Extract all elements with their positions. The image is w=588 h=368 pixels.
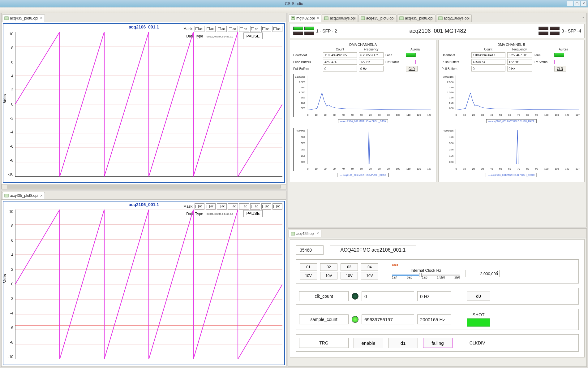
- channel-04-range[interactable]: 10V: [361, 272, 378, 279]
- dma-b-push-desc-plot[interactable]: 4.2486664E6 3E62E6 1E60E0: [442, 128, 582, 171]
- sfp-right: 3 - SFP -4: [539, 27, 581, 35]
- svg-rect-0: [291, 17, 295, 20]
- clk-count-hz: 0 Hz: [417, 291, 451, 301]
- tab-acq435-plot8-a[interactable]: acq435_plot8.opi: [358, 14, 397, 22]
- mask-checkbox-5[interactable]: ac: [250, 26, 260, 32]
- led-icon: [539, 27, 548, 30]
- flag-label: X8D: [392, 263, 500, 267]
- plot-area[interactable]: [15, 32, 282, 177]
- pull-count: 0: [323, 66, 357, 71]
- plot-area[interactable]: [15, 210, 282, 359]
- dma-b-push-data-plot[interactable]: 2.9333562.5E6 2E61.5E6 1E65E5 0E0: [442, 74, 582, 117]
- heartbeat-freq: 6.2504E7 Hz: [507, 52, 532, 58]
- mask-checkbox-1[interactable]: ac: [206, 203, 216, 210]
- err-status-indicator: [406, 60, 416, 64]
- d0-button[interactable]: d0: [467, 292, 490, 301]
- mask-checkbox-4[interactable]: ac: [239, 26, 249, 32]
- trg-label: TRG: [299, 338, 349, 348]
- spinner-arrows-icon[interactable]: ▲▼: [496, 271, 499, 275]
- clk-count-value: 0: [362, 291, 414, 301]
- opi-icon: [4, 193, 9, 198]
- clk-count-label: clk_count: [299, 291, 349, 301]
- led-icon: [550, 32, 560, 35]
- tab-acq2106sys[interactable]: acq2106sys.opi: [436, 14, 472, 22]
- horizontal-scrollbar[interactable]: [2, 184, 286, 189]
- mask-checkbox-6[interactable]: ac: [261, 203, 271, 210]
- pull-count: 0: [471, 66, 505, 71]
- opi-icon: [324, 16, 328, 20]
- clr-button[interactable]: CLR: [406, 66, 418, 71]
- clock-slider[interactable]: [392, 275, 460, 276]
- tab-plot-upper[interactable]: acq435_plot8.opi ✕: [2, 14, 45, 22]
- lane-up-indicator: [406, 53, 416, 57]
- channel-03-button[interactable]: 03: [341, 263, 358, 271]
- lane-up-indicator: [554, 53, 564, 57]
- channel-04-button[interactable]: 04: [361, 263, 378, 271]
- svg-rect-2: [324, 17, 328, 20]
- push-freq: 122 Hz: [359, 59, 384, 65]
- close-button[interactable]: ✕: [581, 1, 587, 6]
- tab-acq2006sys[interactable]: acq2006sys.opi: [322, 14, 358, 22]
- tab-plot-lower[interactable]: acq435_plot8.opi ✕: [2, 192, 45, 199]
- trg-d-button[interactable]: d1: [388, 338, 418, 348]
- channel-02-range[interactable]: 10V: [320, 272, 337, 279]
- pull-freq: 0 Hz: [359, 66, 384, 71]
- minimize-button[interactable]: —: [567, 1, 573, 6]
- opi-icon: [438, 16, 443, 20]
- top-left-pane: mgt482.opi ✕ acq2006sys.opi acq435_plot8…: [288, 13, 587, 227]
- led-icon: [304, 27, 314, 30]
- push-count: 4250473: [471, 59, 505, 65]
- mask-checkbox-7[interactable]: ac: [273, 203, 282, 210]
- trg-enable-button[interactable]: enable: [354, 338, 383, 348]
- opi-icon: [4, 16, 9, 20]
- plot-title: acq2106_001.1: [129, 24, 159, 29]
- dma-channel-b: DMA CHANNEL B Count Frequency Aurora Hea…: [438, 40, 585, 182]
- close-icon[interactable]: ✕: [316, 16, 319, 20]
- mask-checkbox-7[interactable]: ac: [273, 26, 282, 32]
- led-icon: [304, 32, 314, 35]
- close-icon[interactable]: ✕: [40, 16, 43, 20]
- channel-03-range[interactable]: 10V: [341, 272, 358, 279]
- plot-pane-upper: acq435_plot8.opi ✕ acq2106_001.1 Mask: a…: [1, 13, 286, 189]
- overflow-chevron-icon[interactable]: »: [581, 15, 585, 20]
- channel-01-button[interactable]: 01: [300, 263, 317, 271]
- mask-checkbox-4[interactable]: ac: [239, 203, 249, 210]
- mask-checkbox-1[interactable]: ac: [206, 26, 216, 32]
- sample-count-value: 69639756197: [362, 314, 414, 324]
- close-icon[interactable]: ✕: [40, 194, 43, 198]
- top-left-tabstrip: mgt482.opi ✕ acq2006sys.opi acq435_plot8…: [288, 13, 586, 22]
- plot-frame: acq2106_001.1 Mask: ac ac ac ac ac ac ac…: [3, 23, 285, 183]
- err-status-indicator: [554, 60, 564, 64]
- dma-a-push-desc-plot[interactable]: 4.24966 4E6 3E6 2E6 1E6 0E0: [293, 128, 433, 171]
- device-title: ACQ420FMC acq2106_001:1: [330, 245, 416, 255]
- clock-spinner[interactable]: 2,000,000 ▲▼: [466, 270, 500, 277]
- close-icon[interactable]: ✕: [316, 232, 319, 236]
- mask-checkbox-5[interactable]: ac: [250, 203, 260, 210]
- sample-count-label: sample_count: [299, 314, 349, 324]
- mask-checkbox-0[interactable]: ac: [195, 26, 204, 32]
- mask-checkbox-2[interactable]: ac: [217, 26, 227, 32]
- mask-checkbox-0[interactable]: ac: [195, 203, 204, 210]
- svg-rect-4: [400, 17, 403, 20]
- channel-02-button[interactable]: 02: [320, 263, 337, 271]
- channel-01-range[interactable]: 10V: [300, 272, 317, 279]
- svg-rect-29: [5, 194, 8, 197]
- tab-mgt482[interactable]: mgt482.opi ✕: [289, 14, 321, 22]
- tab-acq435-plot8-b[interactable]: acq435_plot8.opi: [397, 14, 435, 22]
- trg-edge-button[interactable]: falling: [423, 338, 453, 348]
- push-count: 4250474: [323, 59, 357, 65]
- led-icon: [539, 32, 548, 35]
- maximize-button[interactable]: ▢: [574, 1, 580, 6]
- dma-a-push-data-plot[interactable]: 2.929366 2.5E6 2E6 1.5E6 1E6 5E5 0E0: [293, 74, 433, 117]
- sample-count-indicator: [352, 316, 358, 323]
- mask-checkbox-3[interactable]: ac: [228, 26, 238, 32]
- plot-legend: acq2106_001:MGT:HG:A:PUSH_DATA: [338, 119, 388, 123]
- channel-grid: 01 10V 02 10V 03 10V 04: [300, 263, 378, 279]
- mask-checkbox-2[interactable]: ac: [217, 203, 227, 210]
- clr-button[interactable]: CLR: [554, 66, 566, 71]
- plot-legend: acq2106_001:MGT:HG:A:PUSH_DESC: [337, 173, 388, 177]
- tab-acq425[interactable]: acq425.opi ✕: [289, 230, 321, 237]
- mask-checkbox-3[interactable]: ac: [228, 203, 238, 210]
- mask-checkbox-6[interactable]: ac: [261, 26, 271, 32]
- clkdiv-label: CLKDIV: [466, 340, 489, 345]
